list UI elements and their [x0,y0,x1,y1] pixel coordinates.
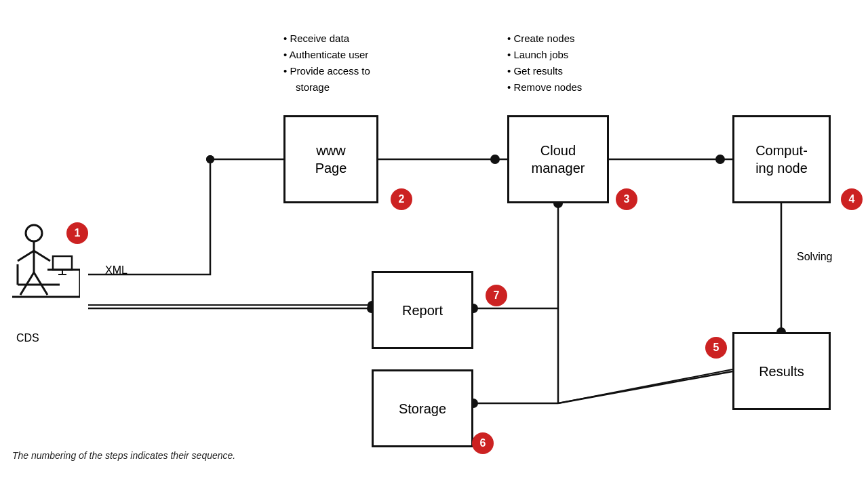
badge-7: 7 [486,285,507,306]
svg-point-3 [206,155,214,163]
xml-label: XML [105,264,127,277]
svg-line-18 [558,369,732,403]
badge-1: 1 [66,222,88,244]
cloud-annotation: Create nodes Launch jobs Get results Rem… [507,30,582,96]
cloud-annotation-item-1: Create nodes [507,30,582,47]
www-annotation: Receive data Authenticate user Provide a… [283,30,370,96]
cloud-box: Cloudmanager [507,115,609,203]
cloud-annotation-item-4: Remove nodes [507,79,582,96]
badge-2: 2 [391,188,412,210]
results-box: Results [732,332,831,410]
www-annotation-item-1: Receive data [283,30,370,47]
solving-label: Solving [797,251,832,263]
www-annotation-item-3-cont: storage [283,81,330,93]
svg-point-34 [26,225,42,241]
badge-3: 3 [616,188,637,210]
computing-box: Comput-ing node [732,115,831,203]
cloud-annotation-item-3: Get results [507,63,582,79]
badge-5: 5 [705,337,727,359]
badge-6: 6 [472,432,494,454]
cloud-annotation-item-2: Launch jobs [507,47,582,63]
cds-label: CDS [16,332,39,344]
storage-label: Storage [399,400,446,418]
svg-point-21 [490,155,500,164]
diagram: CDS XML wwwPage Cloudmanager Comput-ing … [0,0,868,488]
www-annotation-item-2: Authenticate user [283,47,370,63]
report-label: Report [402,302,443,319]
svg-rect-44 [53,256,72,270]
svg-point-23 [715,155,725,164]
svg-line-37 [34,251,50,261]
www-label: wwwPage [315,142,347,177]
svg-point-19 [206,155,214,163]
storage-box: Storage [372,369,473,447]
svg-line-36 [18,251,34,261]
www-annotation-list: Receive data Authenticate user Provide a… [283,30,370,79]
cloud-label: Cloudmanager [532,142,585,177]
report-box: Report [372,271,473,349]
footer-note: The numbering of the steps indicates the… [12,450,235,461]
badge-4: 4 [841,188,863,210]
results-label: Results [759,363,804,380]
www-box: wwwPage [283,115,378,203]
www-annotation-item-3: Provide access to [283,63,370,79]
cloud-annotation-list: Create nodes Launch jobs Get results Rem… [507,30,582,96]
svg-point-7 [716,155,724,163]
computing-label: Comput-ing node [755,142,808,177]
svg-point-5 [491,155,499,163]
